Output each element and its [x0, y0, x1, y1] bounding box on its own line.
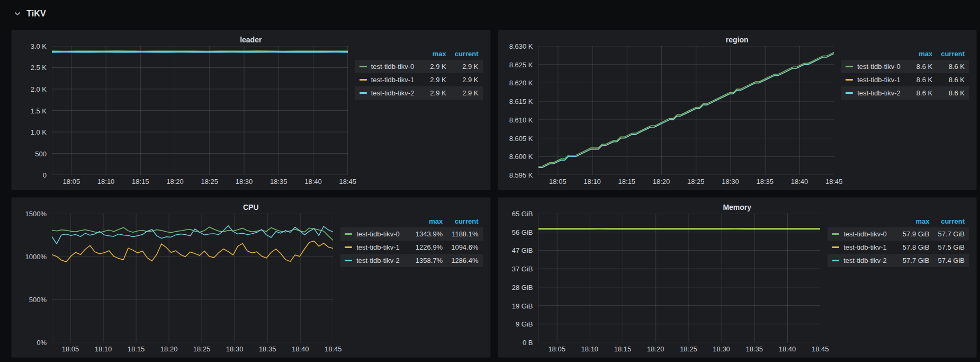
x-axis-labels: 18:0518:1018:1518:2018:2518:3018:3518:40… — [538, 175, 834, 187]
y-tick-label: 1500% — [25, 210, 47, 218]
y-tick-label: 3.0 K — [31, 42, 47, 50]
series-line-test-tidb-tikv-0 — [538, 52, 834, 166]
legend-table: maxcurrenttest-tidb-tikv-08.6 K8.6 Ktest… — [841, 48, 969, 100]
chevron-down-icon[interactable] — [14, 10, 21, 17]
legend-max-value: 8.6 K — [912, 60, 937, 73]
series-name-label: test-tidb-tikv-1 — [843, 243, 887, 251]
x-tick-label: 18:10 — [97, 178, 115, 186]
series-name-label: test-tidb-tikv-0 — [356, 230, 400, 238]
x-tick-label: 18:40 — [304, 178, 322, 186]
chart-plot[interactable] — [52, 214, 333, 342]
legend-max-value: 1226.9% — [411, 241, 447, 254]
panel-title[interactable]: Memory — [504, 202, 972, 214]
series-color-dash-icon — [846, 79, 853, 81]
y-tick-label: 0 B — [523, 339, 533, 347]
chart-plot[interactable] — [538, 46, 834, 175]
x-tick-label: 18:20 — [160, 345, 178, 353]
legend-header-current[interactable]: current — [937, 48, 969, 60]
x-tick-label: 18:45 — [339, 178, 356, 186]
legend-row: test-tidb-tikv-02.9 K2.9 K — [355, 60, 483, 73]
panel-title[interactable]: leader — [17, 34, 485, 46]
x-tick-label: 18:35 — [746, 345, 763, 353]
series-color-dash-icon — [832, 260, 839, 261]
x-tick-label: 18:10 — [95, 345, 112, 353]
legend-max-value: 57.8 GiB — [898, 241, 934, 254]
legend-current-value: 57.4 GiB — [933, 254, 969, 267]
y-tick-label: 2.5 K — [31, 64, 47, 72]
legend-series-name[interactable]: test-tidb-tikv-2 — [355, 86, 426, 100]
legend-series-name[interactable]: test-tidb-tikv-2 — [340, 254, 411, 267]
panel-title[interactable]: region — [504, 34, 972, 46]
x-tick-label: 18:30 — [722, 178, 739, 186]
chart-area: 1500%1000%500%0% 18:0518:1018:1518:2018:… — [17, 214, 333, 354]
legend-header-current[interactable]: current — [933, 216, 969, 227]
chart-plot[interactable] — [52, 46, 348, 175]
x-tick-label: 18:25 — [201, 178, 219, 186]
legend-current-value: 1094.6% — [447, 241, 482, 254]
x-tick-label: 18:35 — [259, 345, 276, 353]
x-tick-label: 18:05 — [63, 178, 80, 186]
legend-row: test-tidb-tikv-22.9 K2.9 K — [355, 86, 483, 100]
y-tick-label: 8.605 K — [509, 134, 533, 142]
legend-max-value: 8.6 K — [912, 73, 937, 86]
legend-header-current[interactable]: current — [451, 48, 483, 60]
series-line-test-tidb-tikv-1 — [538, 54, 834, 167]
legend-series-name[interactable]: test-tidb-tikv-2 — [841, 86, 912, 100]
y-tick-label: 2.0 K — [31, 85, 47, 93]
legend-current-value: 57.5 GiB — [933, 241, 969, 254]
y-tick-label: 0 — [43, 171, 47, 179]
panel-title[interactable]: CPU — [17, 202, 485, 214]
y-tick-label: 1.5 K — [31, 107, 47, 114]
legend-series-name[interactable]: test-tidb-tikv-0 — [841, 60, 912, 73]
legend-series-name[interactable]: test-tidb-tikv-0 — [340, 227, 411, 241]
legend-row: test-tidb-tikv-28.6 K8.6 K — [841, 86, 969, 100]
legend-max-value: 57.7 GiB — [898, 254, 934, 267]
y-tick-label: 1000% — [25, 252, 47, 260]
legend-row: test-tidb-tikv-08.6 K8.6 K — [841, 60, 969, 73]
legend-header-max[interactable]: max — [426, 48, 450, 60]
y-tick-label: 0% — [37, 339, 47, 347]
series-color-dash-icon — [846, 66, 853, 67]
y-axis-labels: 8.630 K8.625 K8.620 K8.615 K8.610 K8.605… — [504, 46, 538, 175]
legend-header-max[interactable]: max — [912, 48, 937, 60]
chart-area: 8.630 K8.625 K8.620 K8.615 K8.610 K8.605… — [504, 46, 834, 187]
series-name-label: test-tidb-tikv-0 — [843, 230, 887, 238]
y-tick-label: 500 — [35, 149, 47, 157]
x-tick-label: 18:35 — [270, 178, 287, 186]
dashboard-row-header[interactable]: TiKV — [0, 0, 980, 28]
x-tick-label: 18:05 — [548, 345, 565, 353]
legend-table: maxcurrenttest-tidb-tikv-01343.9%1188.1%… — [340, 216, 482, 267]
legend-header-current[interactable]: current — [447, 216, 482, 227]
x-axis-labels: 18:0518:1018:1518:2018:2518:3018:3518:40… — [52, 342, 333, 354]
legend-current-value: 57.7 GiB — [933, 227, 969, 241]
legend-series-name[interactable]: test-tidb-tikv-1 — [841, 73, 912, 86]
legend-series-name[interactable]: test-tidb-tikv-1 — [340, 241, 411, 254]
chart-area: 3.0 K2.5 K2.0 K1.5 K1.0 K5000 18:0518:10… — [17, 46, 348, 187]
legend-max-value: 2.9 K — [426, 73, 450, 86]
x-tick-label: 18:45 — [812, 345, 829, 353]
panel-region: region 8.630 K8.625 K8.620 K8.615 K8.610… — [498, 30, 977, 190]
chart-area: 65 GiB56 GiB47 GiB37 GiB28 GiB19 GiB9 Gi… — [504, 214, 821, 354]
legend-series-name[interactable]: test-tidb-tikv-1 — [355, 73, 426, 86]
legend-series-name[interactable]: test-tidb-tikv-0 — [355, 60, 426, 73]
legend-series-name[interactable]: test-tidb-tikv-0 — [828, 227, 898, 241]
series-color-dash-icon — [832, 246, 839, 248]
y-tick-label: 37 GiB — [512, 265, 533, 273]
x-tick-label: 18:20 — [653, 178, 670, 186]
legend-row: test-tidb-tikv-11226.9%1094.6% — [340, 241, 482, 254]
legend-max-value: 8.6 K — [912, 86, 937, 100]
legend-table: maxcurrenttest-tidb-tikv-02.9 K2.9 Ktest… — [355, 48, 483, 100]
x-tick-label: 18:10 — [583, 178, 601, 186]
x-axis-labels: 18:0518:1018:1518:2018:2518:3018:3518:40… — [538, 342, 821, 354]
legend-header-max[interactable]: max — [898, 216, 934, 227]
chart-plot[interactable] — [538, 214, 821, 342]
legend-header-max[interactable]: max — [411, 216, 447, 227]
x-tick-label: 18:15 — [618, 178, 636, 186]
legend-current-value: 8.6 K — [937, 73, 969, 86]
legend-series-name[interactable]: test-tidb-tikv-2 — [828, 254, 898, 267]
legend-series-name[interactable]: test-tidb-tikv-1 — [828, 241, 898, 254]
x-tick-label: 18:40 — [791, 178, 808, 186]
series-name-label: test-tidb-tikv-0 — [857, 63, 901, 70]
x-tick-label: 18:30 — [236, 178, 253, 186]
legend-row: test-tidb-tikv-12.9 K2.9 K — [355, 73, 483, 86]
